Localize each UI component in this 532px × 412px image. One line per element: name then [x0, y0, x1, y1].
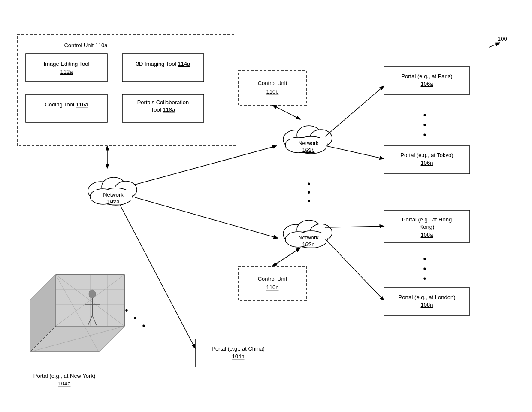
svg-text:Network: Network	[103, 191, 124, 198]
image-editing-tool-box	[26, 54, 107, 82]
dots-hk-london-3: •	[423, 274, 426, 283]
svg-text:Network: Network	[298, 140, 319, 146]
3d-imaging-tool-box	[122, 54, 204, 82]
3d-imaging-tool-label: 3D Imaging Tool 114a	[136, 61, 190, 67]
dots-network-b-n-3: •	[307, 196, 310, 206]
portal-china-label: Portal (e.g., at China)	[212, 345, 265, 352]
control-unit-b-label: Control Unit	[258, 80, 287, 86]
dots-paris-tokyo-2: •	[423, 120, 426, 130]
dots-ny-2: •	[133, 313, 136, 323]
svg-text:Network: Network	[298, 234, 319, 241]
control-unit-n-label: Control Unit	[258, 276, 287, 282]
svg-line-2	[489, 43, 500, 47]
dots-network-b-n-2: •	[307, 188, 310, 197]
arrow-network-n-to-hk	[325, 226, 384, 227]
portal-newyork-label: Portal (e.g., at New York)	[33, 373, 96, 379]
arrow-network-a-to-n	[135, 197, 278, 238]
svg-text:102a: 102a	[107, 198, 120, 205]
control-unit-n-id: 110n	[266, 284, 279, 291]
image-editing-tool-id: 112a	[60, 69, 73, 75]
portal-paris-id: 106a	[421, 81, 434, 87]
portal-newyork-id: 104a	[58, 380, 71, 387]
portals-collab-tool-label: Portals Collaboration	[137, 99, 189, 106]
dots-ny-3: •	[142, 321, 145, 330]
control-unit-b-id: 110b	[266, 88, 279, 95]
portal-paris-label: Portal (e.g., at Paris)	[401, 73, 452, 79]
portal-hongkong-id: 108a	[421, 232, 434, 238]
portal-tokyo-label: Portal (e.g., at Tokyo)	[400, 152, 453, 158]
dots-paris-tokyo: •	[423, 110, 426, 120]
arrow-network-b-to-tokyo	[326, 146, 384, 159]
svg-point-44	[89, 290, 96, 298]
portal-london-label: Portal (e.g., at London)	[399, 294, 456, 300]
arrow-cu-n-network-n	[272, 248, 300, 266]
diagram-ref-number: 100	[498, 36, 507, 42]
dots-hk-london-2: •	[423, 264, 426, 273]
arrow-network-a-to-b	[135, 146, 277, 185]
svg-text:102b: 102b	[302, 147, 315, 153]
arrow-cu-b-network-b	[272, 105, 300, 119]
control-unit-a-label: Control Unit 110a	[64, 42, 108, 48]
arrow-network-a-to-china	[120, 205, 195, 348]
diagram: 100 Control Unit 110a Image Editing Tool…	[0, 0, 532, 412]
dots-hk-london: •	[423, 254, 426, 264]
arrow-network-n-to-london	[325, 239, 384, 300]
network-a-cloud: Network 102a	[88, 177, 137, 205]
portal-hongkong-label2: Kong)	[420, 224, 435, 230]
coding-tool-box	[26, 94, 107, 122]
portal-newyork-illustration	[30, 275, 124, 352]
control-unit-a-box	[17, 34, 236, 146]
network-n-cloud: Network 102n	[283, 220, 332, 248]
image-editing-tool-label: Image Editing Tool	[44, 61, 90, 67]
portal-london-id: 108n	[421, 302, 433, 308]
portals-collab-tool-id: Tool 118a	[151, 106, 175, 113]
network-b-cloud: Network 102b	[283, 126, 332, 154]
coding-tool-label: Coding Tool 116a	[45, 101, 89, 108]
portal-china-id: 104n	[232, 353, 245, 360]
dots-paris-tokyo-3: •	[423, 130, 426, 139]
svg-text:102n: 102n	[302, 241, 315, 248]
arrow-network-b-to-paris	[325, 86, 384, 136]
portal-tokyo-id: 106n	[421, 160, 433, 166]
control-unit-b-box	[238, 71, 307, 105]
portal-hongkong-label1: Portal (e.g., at Hong	[402, 216, 452, 223]
dots-ny-1: •	[125, 306, 128, 315]
dots-network-b-n: •	[307, 179, 310, 188]
control-unit-n-box	[238, 266, 307, 300]
